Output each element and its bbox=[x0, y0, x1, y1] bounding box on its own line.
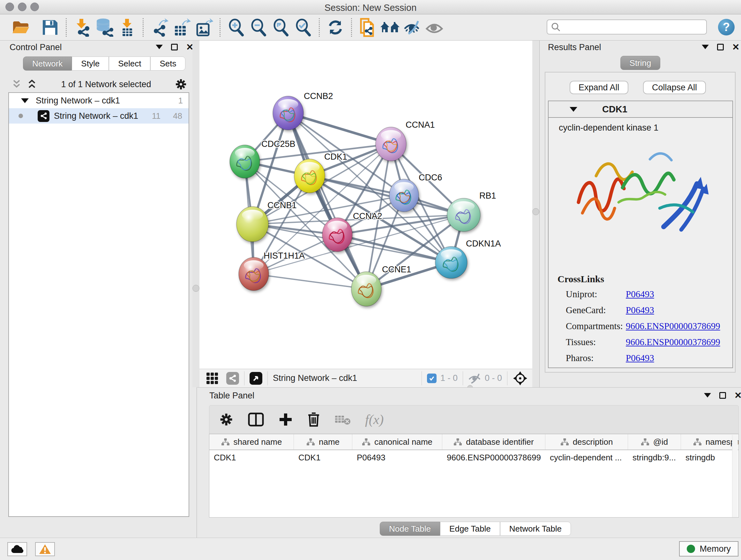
column-header-shared-name[interactable]: shared name bbox=[209, 434, 294, 449]
float-panel-icon[interactable] bbox=[171, 44, 178, 51]
protein-entry-header[interactable]: CDK1 bbox=[549, 101, 732, 118]
grid-view-icon[interactable] bbox=[206, 372, 219, 385]
right-splitter-handle[interactable] bbox=[532, 208, 539, 215]
memory-button[interactable]: Memory bbox=[679, 541, 738, 557]
export-network-button[interactable] bbox=[148, 17, 171, 38]
refresh-button[interactable] bbox=[324, 17, 347, 38]
panel-menu-icon[interactable] bbox=[704, 393, 711, 397]
crosslink-link[interactable]: 9606.ENSP00000378699 bbox=[626, 321, 720, 331]
edge-HIST1H1A-CCNE1[interactable] bbox=[254, 274, 366, 289]
zoom-fit-button[interactable] bbox=[270, 17, 292, 38]
tab-edge-table[interactable]: Edge Table bbox=[440, 522, 500, 536]
node-CDK1[interactable] bbox=[294, 159, 325, 193]
column-header-name[interactable]: name bbox=[294, 434, 352, 449]
open-session-button[interactable] bbox=[10, 17, 32, 38]
table-vertical-scrollbar[interactable] bbox=[732, 435, 738, 517]
table-cell[interactable]: stringdb bbox=[681, 453, 739, 462]
crosslink-link[interactable]: P06493 bbox=[626, 305, 654, 315]
node-RB1[interactable] bbox=[447, 198, 480, 232]
duplicate-network-button[interactable] bbox=[356, 17, 379, 38]
table-settings-gear-icon[interactable] bbox=[219, 412, 233, 427]
birds-eye-view-icon[interactable] bbox=[513, 371, 528, 386]
node-CDC6[interactable] bbox=[389, 179, 419, 212]
crosslink-link[interactable]: P06493 bbox=[626, 289, 654, 300]
tab-network[interactable]: Network bbox=[23, 57, 72, 71]
delete-column-icon[interactable] bbox=[307, 412, 320, 427]
left-splitter-handle[interactable] bbox=[192, 285, 199, 292]
crosslink-link[interactable]: P06493 bbox=[626, 353, 654, 363]
first-neighbors-button[interactable] bbox=[379, 17, 401, 38]
show-columns-icon[interactable] bbox=[248, 412, 264, 427]
export-image-button[interactable] bbox=[193, 17, 215, 38]
search-input[interactable] bbox=[561, 22, 698, 32]
table-cell[interactable]: stringdb:9... bbox=[628, 453, 681, 462]
column-header--id[interactable]: @id bbox=[628, 434, 681, 449]
show-all-button[interactable] bbox=[423, 17, 446, 38]
node-CCNA1[interactable] bbox=[376, 127, 406, 161]
collection-expander-icon[interactable] bbox=[21, 98, 29, 103]
expand-all-button[interactable]: Expand All bbox=[569, 81, 628, 94]
network-canvas[interactable]: CCNB2CCNA1CDC25BCDK1CDC6RB1CCNB1CCNA2CDK… bbox=[199, 41, 532, 369]
entry-expander-icon[interactable] bbox=[569, 107, 577, 112]
string-view-icon[interactable] bbox=[226, 372, 239, 385]
close-panel-icon[interactable]: ✕ bbox=[732, 44, 739, 51]
cloud-status-button[interactable] bbox=[7, 542, 27, 556]
import-table-button[interactable] bbox=[116, 17, 138, 38]
close-panel-icon[interactable]: ✕ bbox=[734, 392, 741, 399]
node-CCNB1[interactable] bbox=[237, 206, 268, 242]
node-CDKN1A[interactable] bbox=[435, 246, 467, 278]
zoom-out-button[interactable] bbox=[247, 17, 270, 38]
column-header-namespace[interactable]: namespace bbox=[681, 434, 739, 449]
hide-selected-button[interactable] bbox=[401, 17, 423, 38]
float-panel-icon[interactable] bbox=[719, 392, 726, 399]
hidden-count-eye-icon[interactable] bbox=[468, 373, 482, 384]
panel-menu-icon[interactable] bbox=[156, 45, 163, 49]
import-network-button[interactable] bbox=[71, 17, 93, 38]
zoom-in-button[interactable] bbox=[225, 17, 247, 38]
expand-all-networks-icon[interactable] bbox=[11, 79, 22, 89]
node-CCNB2[interactable] bbox=[273, 96, 304, 130]
network-graph[interactable]: CCNB2CCNA1CDC25BCDK1CDC6RB1CCNB1CCNA2CDK… bbox=[199, 41, 532, 369]
column-header-canonical-name[interactable]: canonical name bbox=[352, 434, 442, 449]
table-cell[interactable]: 9606.ENSP00000378699 bbox=[442, 453, 545, 462]
help-button[interactable]: ? bbox=[718, 19, 735, 36]
warnings-button[interactable] bbox=[35, 542, 55, 556]
tab-node-table[interactable]: Node Table bbox=[380, 522, 440, 536]
table-cell[interactable]: CDK1 bbox=[209, 453, 294, 462]
save-session-button[interactable] bbox=[39, 17, 61, 38]
table-cell[interactable]: CDK1 bbox=[294, 453, 352, 462]
node-CCNE1[interactable] bbox=[351, 272, 381, 306]
left-splitter[interactable] bbox=[192, 41, 199, 387]
network-collection-row[interactable]: String Network – cdk1 1 bbox=[9, 93, 189, 108]
float-panel-icon[interactable] bbox=[717, 44, 724, 51]
zoom-selected-button[interactable] bbox=[292, 17, 314, 38]
collapse-all-networks-icon[interactable] bbox=[27, 79, 38, 89]
node-CCNA2[interactable] bbox=[322, 218, 352, 252]
node-CDC25B[interactable] bbox=[230, 145, 260, 178]
edge-CCNB2-CCNA1[interactable] bbox=[288, 113, 391, 144]
edge-CCNB2-CCNE1[interactable] bbox=[288, 113, 366, 289]
tab-network-table[interactable]: Network Table bbox=[500, 522, 571, 536]
import-network-from-database-button[interactable] bbox=[93, 17, 116, 38]
table-row[interactable]: CDK1CDK1P064939606.ENSP00000378699cyclin… bbox=[209, 450, 738, 465]
tab-sets[interactable]: Sets bbox=[150, 57, 185, 71]
column-header-database-identifier[interactable]: database identifier bbox=[442, 434, 545, 449]
export-table-button[interactable] bbox=[171, 17, 193, 38]
crosslink-link[interactable]: 9606.ENSP00000378699 bbox=[626, 337, 720, 348]
table-cell[interactable]: P06493 bbox=[352, 453, 442, 462]
collapse-all-button[interactable]: Collapse All bbox=[643, 81, 706, 94]
table-cell[interactable]: cyclin-dependent ... bbox=[545, 453, 628, 462]
tab-style[interactable]: Style bbox=[72, 57, 109, 71]
tab-select[interactable]: Select bbox=[109, 57, 150, 71]
zoom-selected-icon bbox=[294, 18, 312, 37]
add-column-icon[interactable] bbox=[278, 412, 293, 427]
node-HIST1H1A[interactable] bbox=[239, 257, 269, 291]
detach-view-icon[interactable] bbox=[250, 372, 262, 385]
column-header-description[interactable]: description bbox=[545, 434, 628, 449]
selected-count-checkbox-icon[interactable] bbox=[427, 374, 436, 383]
node-table[interactable]: shared namenamecanonical namedatabase id… bbox=[209, 434, 739, 517]
network-row[interactable]: String Network – cdk1 11 48 bbox=[9, 108, 189, 124]
tab-string[interactable]: String bbox=[620, 56, 661, 70]
panel-menu-icon[interactable] bbox=[702, 45, 709, 49]
network-options-gear-icon[interactable] bbox=[175, 78, 187, 91]
